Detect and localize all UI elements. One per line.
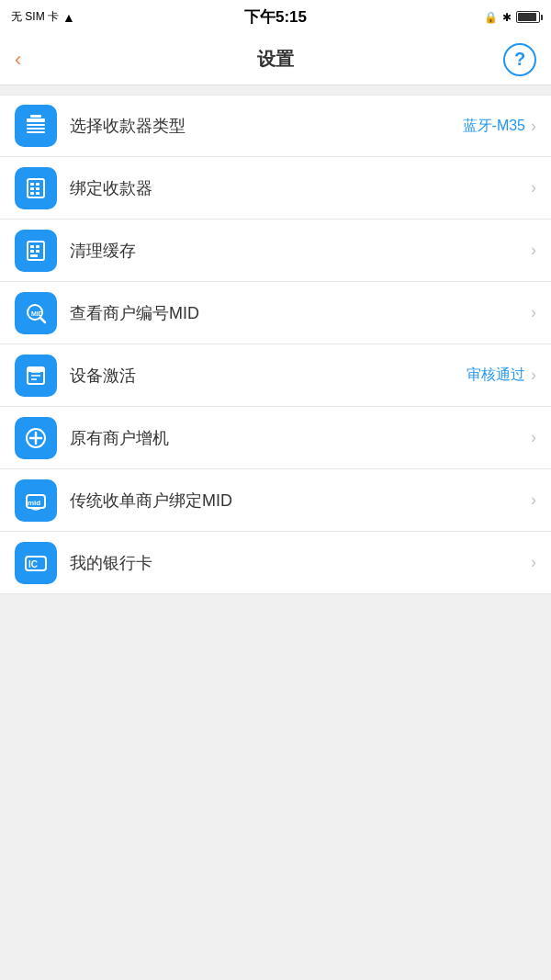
list-item-choose-type[interactable]: 选择收款器类型 蓝牙-M35 ›: [0, 95, 551, 157]
svg-rect-4: [30, 115, 41, 118]
clear-cache-chevron: ›: [531, 241, 536, 260]
bind-device-chevron: ›: [531, 178, 536, 197]
svg-rect-14: [36, 245, 39, 248]
bind-mid-label: 传统收单商户绑定MID: [70, 490, 531, 512]
list-item-bind-mid[interactable]: mid 传统收单商户绑定MID ›: [0, 469, 551, 532]
page-title: 设置: [257, 47, 294, 72]
status-right: 🔒 ✱: [484, 11, 540, 24]
svg-rect-25: [28, 367, 44, 372]
svg-rect-8: [30, 187, 34, 190]
back-button[interactable]: ‹: [15, 48, 21, 72]
merchant-add-label: 原有商户增机: [70, 427, 531, 449]
choose-type-label: 选择收款器类型: [70, 115, 463, 137]
svg-rect-13: [30, 245, 34, 248]
svg-text:MID: MID: [31, 310, 43, 317]
merchant-add-icon: [15, 417, 57, 459]
nav-bar: ‹ 设置 ?: [0, 34, 551, 85]
choose-type-chevron: ›: [531, 117, 536, 136]
device-activate-label: 设备激活: [70, 365, 467, 387]
battery-icon: [516, 11, 540, 23]
bank-card-label: 我的银行卡: [70, 552, 531, 574]
merchant-add-chevron: ›: [531, 428, 536, 447]
device-activate-value: 审核通过: [467, 366, 525, 385]
clear-cache-icon: [15, 230, 57, 272]
device-activate-chevron: ›: [531, 366, 536, 385]
svg-rect-16: [36, 250, 39, 253]
svg-rect-11: [36, 192, 39, 195]
clear-cache-label: 清理缓存: [70, 240, 531, 262]
view-mid-label: 查看商户编号MID: [70, 302, 531, 324]
svg-rect-0: [27, 118, 45, 122]
list-item-bind-device[interactable]: 绑定收款器 ›: [0, 157, 551, 220]
svg-rect-6: [30, 183, 34, 186]
list-item-clear-cache[interactable]: 清理缓存 ›: [0, 220, 551, 282]
lock-icon: 🔒: [484, 11, 498, 24]
svg-rect-1: [27, 124, 45, 126]
svg-text:IC: IC: [28, 559, 38, 569]
svg-rect-7: [36, 183, 39, 186]
no-sim-text: 无 SIM 卡: [11, 9, 59, 25]
list-item-view-mid[interactable]: MID 查看商户编号MID ›: [0, 282, 551, 344]
svg-rect-17: [30, 254, 38, 257]
bind-mid-chevron: ›: [531, 490, 536, 510]
list-item-bank-card[interactable]: IC 我的银行卡 ›: [0, 532, 551, 594]
bind-device-label: 绑定收款器: [70, 177, 531, 199]
svg-rect-10: [30, 192, 34, 195]
view-mid-icon: MID: [15, 292, 57, 334]
device-activate-icon: [15, 355, 57, 397]
svg-line-19: [40, 318, 45, 322]
status-bar: 无 SIM 卡 ▲ 下午5:15 🔒 ✱: [0, 0, 551, 34]
status-left: 无 SIM 卡 ▲: [11, 9, 75, 25]
wifi-icon: ▲: [62, 10, 75, 25]
svg-rect-9: [36, 187, 39, 190]
list-item-merchant-add[interactable]: 原有商户增机 ›: [0, 407, 551, 469]
choose-type-icon: [15, 105, 57, 147]
bind-mid-icon: mid: [15, 479, 57, 522]
settings-list: 选择收款器类型 蓝牙-M35 › 绑定收款器 ›: [0, 85, 551, 594]
svg-text:mid: mid: [28, 499, 40, 507]
view-mid-chevron: ›: [531, 303, 536, 322]
bank-card-chevron: ›: [531, 553, 536, 572]
svg-rect-2: [27, 128, 45, 130]
status-time: 下午5:15: [244, 6, 307, 28]
bluetooth-icon: ✱: [502, 11, 512, 24]
list-item-device-activate[interactable]: 设备激活 审核通过 ›: [0, 344, 551, 407]
help-button[interactable]: ?: [503, 43, 536, 76]
svg-rect-15: [30, 250, 34, 253]
svg-rect-3: [27, 131, 45, 133]
bind-device-icon: [15, 167, 57, 209]
choose-type-value: 蓝牙-M35: [463, 117, 525, 136]
bank-card-icon: IC: [15, 542, 57, 584]
